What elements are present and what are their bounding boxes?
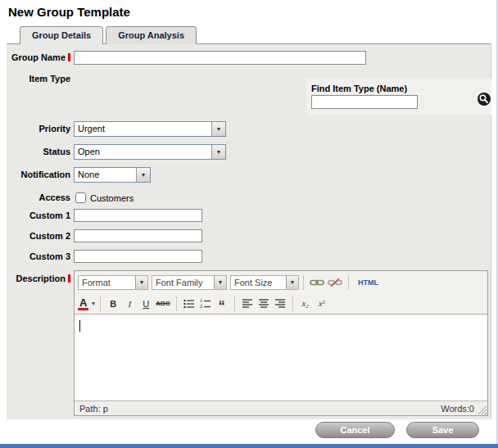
- align-right-icon[interactable]: [273, 296, 287, 311]
- status-label-text: Status: [43, 147, 70, 156]
- custom3-label-text: Custom 3: [29, 251, 70, 261]
- editor-path-status: Path: p: [79, 404, 108, 414]
- format-select[interactable]: Format ▼: [78, 275, 148, 290]
- chevron-down-icon[interactable]: ▼: [286, 276, 298, 289]
- tab-bar: Group Details Group Analysis: [20, 26, 197, 44]
- notification-label-text: Notification: [21, 170, 71, 179]
- priority-label-text: Priority: [38, 124, 70, 133]
- editor-word-count: Words:0: [441, 404, 474, 414]
- chevron-down-icon[interactable]: ▼: [135, 276, 147, 289]
- chevron-down-icon[interactable]: ▼: [211, 145, 225, 159]
- custom2-label: Custom 2: [7, 231, 70, 241]
- editor-toolbar-row1: Format ▼ Font Family ▼ Font Size ▼: [75, 271, 487, 293]
- toolbar-separator: [348, 275, 349, 290]
- remove-link-icon[interactable]: [327, 275, 343, 290]
- font-size-select[interactable]: Font Size ▼: [230, 275, 299, 290]
- priority-select[interactable]: Urgent ▼: [74, 121, 226, 137]
- strikethrough-button[interactable]: ABC: [155, 296, 170, 311]
- font-family-selected-value: Font Family: [152, 276, 214, 289]
- font-color-label: A: [78, 297, 88, 310]
- html-source-button[interactable]: HTML: [358, 278, 378, 287]
- group-name-label-text: Group Name: [11, 52, 66, 62]
- custom1-label-text: Custom 1: [29, 210, 70, 220]
- custom3-input[interactable]: [74, 250, 202, 263]
- notification-label: Notification: [7, 170, 70, 179]
- font-family-select[interactable]: Font Family ▼: [152, 275, 227, 290]
- chevron-down-icon[interactable]: ▼: [136, 168, 150, 182]
- underline-button[interactable]: U: [138, 296, 153, 311]
- notification-select[interactable]: None ▼: [74, 167, 151, 183]
- svg-text:1: 1: [200, 299, 202, 303]
- find-item-type-input[interactable]: [311, 95, 418, 109]
- page-title: New Group Template: [8, 5, 130, 19]
- tab-group-details-label: Group Details: [32, 30, 91, 40]
- custom3-label: Custom 3: [7, 251, 70, 261]
- new-group-template-window: New Group Template Group Details Group A…: [0, 0, 498, 448]
- numbered-list-icon[interactable]: 1 2: [198, 296, 213, 311]
- editor-statusbar: Path: p Words:0: [75, 400, 487, 415]
- tab-group-analysis[interactable]: Group Analysis: [106, 26, 197, 44]
- font-color-button[interactable]: A ▼: [78, 297, 96, 310]
- form-panel: Group Name Item Type Find Item Type (Nam…: [7, 43, 491, 419]
- search-icon[interactable]: [477, 92, 491, 106]
- toolbar-separator: [303, 275, 304, 290]
- toolbar-separator: [176, 296, 177, 311]
- description-label-text: Description: [16, 274, 66, 283]
- notification-selected-value: None: [75, 168, 136, 182]
- description-label: Description: [7, 274, 70, 283]
- status-select[interactable]: Open ▼: [74, 144, 226, 160]
- toolbar-separator: [292, 296, 293, 311]
- access-label-text: Access: [38, 192, 70, 202]
- insert-link-icon[interactable]: [309, 275, 325, 290]
- format-selected-value: Format: [79, 276, 135, 289]
- access-label: Access: [7, 192, 70, 202]
- font-size-selected-value: Font Size: [231, 276, 286, 289]
- description-rich-text-editor: Format ▼ Font Family ▼ Font Size ▼: [74, 270, 488, 416]
- group-name-label: Group Name: [7, 52, 70, 62]
- find-item-type-label: Find Item Type (Name): [311, 84, 407, 93]
- status-label: Status: [7, 147, 70, 156]
- bullet-list-icon[interactable]: [182, 296, 197, 311]
- item-type-label-text: Item Type: [29, 74, 70, 84]
- custom1-label: Custom 1: [7, 210, 70, 220]
- item-type-label: Item Type: [7, 74, 70, 84]
- blockquote-button[interactable]: “: [215, 296, 229, 311]
- priority-selected-value: Urgent: [75, 122, 211, 136]
- custom2-label-text: Custom 2: [29, 231, 70, 241]
- text-caret: [79, 320, 80, 332]
- chevron-down-icon: ▼: [90, 301, 96, 306]
- toolbar-separator: [234, 296, 235, 311]
- resize-handle[interactable]: [478, 405, 487, 414]
- custom2-input[interactable]: [74, 229, 202, 242]
- tab-group-analysis-label: Group Analysis: [118, 30, 184, 40]
- align-left-icon[interactable]: [240, 296, 255, 311]
- italic-button[interactable]: I: [122, 296, 137, 311]
- custom1-input[interactable]: [74, 209, 202, 222]
- bold-button[interactable]: B: [106, 296, 120, 311]
- editor-toolbar-row2: A ▼ B I U ABC 1: [75, 293, 487, 315]
- required-marker: [68, 53, 70, 61]
- svg-text:2: 2: [200, 304, 202, 309]
- cancel-button[interactable]: Cancel: [315, 422, 395, 438]
- align-center-icon[interactable]: [256, 296, 271, 311]
- required-marker: [68, 274, 70, 283]
- save-button[interactable]: Save: [406, 422, 479, 438]
- superscript-button[interactable]: x²: [315, 296, 329, 311]
- customers-checkbox-label: Customers: [90, 193, 134, 203]
- description-edit-area[interactable]: [75, 315, 487, 400]
- group-name-input[interactable]: [74, 51, 366, 65]
- chevron-down-icon[interactable]: ▼: [214, 276, 226, 289]
- chevron-down-icon[interactable]: ▼: [211, 122, 225, 136]
- customers-checkbox[interactable]: [75, 192, 86, 203]
- priority-label: Priority: [7, 124, 70, 133]
- status-selected-value: Open: [75, 145, 211, 159]
- subscript-button[interactable]: x₂: [298, 296, 313, 311]
- toolbar-separator: [100, 296, 101, 311]
- tab-group-details[interactable]: Group Details: [20, 26, 103, 44]
- window-bottom-edge: [0, 444, 498, 448]
